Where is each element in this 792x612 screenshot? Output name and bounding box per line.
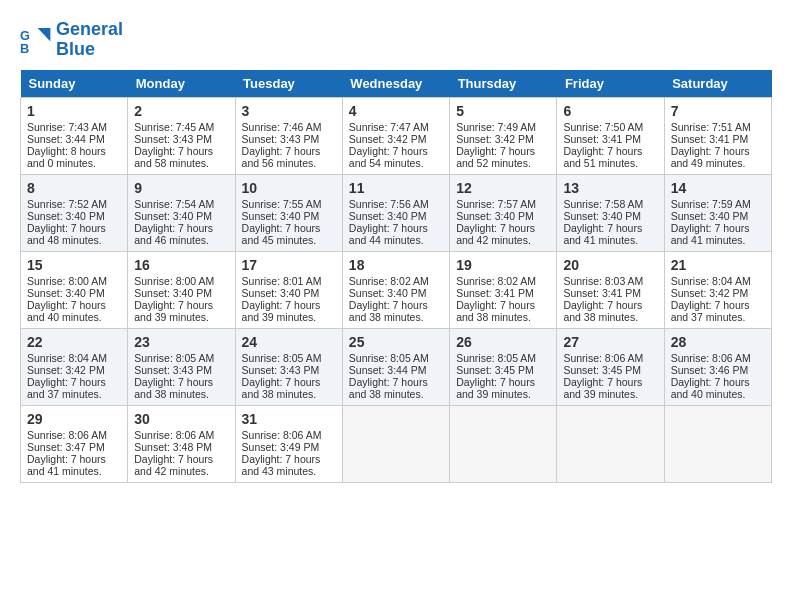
calendar-week-5: 29 Sunrise: 8:06 AM Sunset: 3:47 PM Dayl… <box>21 405 772 482</box>
daylight-label: Daylight: 7 hours and 44 minutes. <box>349 222 428 246</box>
sunrise-label: Sunrise: 7:49 AM <box>456 121 536 133</box>
calendar-cell <box>557 405 664 482</box>
day-number: 20 <box>563 257 657 273</box>
sunset-label: Sunset: 3:48 PM <box>134 441 212 453</box>
daylight-label: Daylight: 7 hours and 41 minutes. <box>671 222 750 246</box>
day-number: 30 <box>134 411 228 427</box>
day-number: 5 <box>456 103 550 119</box>
day-number: 28 <box>671 334 765 350</box>
sunrise-label: Sunrise: 7:55 AM <box>242 198 322 210</box>
logo-icon: G B <box>20 24 52 56</box>
calendar-cell: 7 Sunrise: 7:51 AM Sunset: 3:41 PM Dayli… <box>664 97 771 174</box>
sunrise-label: Sunrise: 7:56 AM <box>349 198 429 210</box>
sunset-label: Sunset: 3:47 PM <box>27 441 105 453</box>
calendar-cell: 18 Sunrise: 8:02 AM Sunset: 3:40 PM Dayl… <box>342 251 449 328</box>
daylight-label: Daylight: 7 hours and 49 minutes. <box>671 145 750 169</box>
daylight-label: Daylight: 7 hours and 48 minutes. <box>27 222 106 246</box>
day-number: 23 <box>134 334 228 350</box>
sunset-label: Sunset: 3:42 PM <box>456 133 534 145</box>
calendar-cell <box>450 405 557 482</box>
daylight-label: Daylight: 7 hours and 52 minutes. <box>456 145 535 169</box>
svg-marker-2 <box>38 28 51 42</box>
daylight-label: Daylight: 7 hours and 43 minutes. <box>242 453 321 477</box>
day-number: 31 <box>242 411 336 427</box>
sunset-label: Sunset: 3:40 PM <box>242 210 320 222</box>
col-header-friday: Friday <box>557 70 664 98</box>
sunrise-label: Sunrise: 8:04 AM <box>671 275 751 287</box>
calendar-cell: 5 Sunrise: 7:49 AM Sunset: 3:42 PM Dayli… <box>450 97 557 174</box>
calendar-cell: 17 Sunrise: 8:01 AM Sunset: 3:40 PM Dayl… <box>235 251 342 328</box>
sunset-label: Sunset: 3:40 PM <box>671 210 749 222</box>
sunrise-label: Sunrise: 7:43 AM <box>27 121 107 133</box>
sunrise-label: Sunrise: 7:51 AM <box>671 121 751 133</box>
day-number: 14 <box>671 180 765 196</box>
daylight-label: Daylight: 7 hours and 39 minutes. <box>134 299 213 323</box>
sunrise-label: Sunrise: 8:02 AM <box>349 275 429 287</box>
sunset-label: Sunset: 3:40 PM <box>134 210 212 222</box>
sunset-label: Sunset: 3:46 PM <box>671 364 749 376</box>
daylight-label: Daylight: 7 hours and 39 minutes. <box>563 376 642 400</box>
sunrise-label: Sunrise: 7:47 AM <box>349 121 429 133</box>
daylight-label: Daylight: 7 hours and 54 minutes. <box>349 145 428 169</box>
sunset-label: Sunset: 3:42 PM <box>671 287 749 299</box>
calendar-cell: 30 Sunrise: 8:06 AM Sunset: 3:48 PM Dayl… <box>128 405 235 482</box>
sunrise-label: Sunrise: 7:54 AM <box>134 198 214 210</box>
sunset-label: Sunset: 3:45 PM <box>456 364 534 376</box>
daylight-label: Daylight: 7 hours and 39 minutes. <box>242 299 321 323</box>
sunset-label: Sunset: 3:41 PM <box>563 133 641 145</box>
calendar-cell: 15 Sunrise: 8:00 AM Sunset: 3:40 PM Dayl… <box>21 251 128 328</box>
sunrise-label: Sunrise: 8:03 AM <box>563 275 643 287</box>
calendar-cell: 6 Sunrise: 7:50 AM Sunset: 3:41 PM Dayli… <box>557 97 664 174</box>
sunset-label: Sunset: 3:43 PM <box>134 364 212 376</box>
day-number: 16 <box>134 257 228 273</box>
calendar-cell: 19 Sunrise: 8:02 AM Sunset: 3:41 PM Dayl… <box>450 251 557 328</box>
daylight-label: Daylight: 7 hours and 38 minutes. <box>563 299 642 323</box>
col-header-wednesday: Wednesday <box>342 70 449 98</box>
sunrise-label: Sunrise: 8:00 AM <box>134 275 214 287</box>
day-number: 1 <box>27 103 121 119</box>
calendar-cell: 1 Sunrise: 7:43 AM Sunset: 3:44 PM Dayli… <box>21 97 128 174</box>
sunrise-label: Sunrise: 7:45 AM <box>134 121 214 133</box>
sunrise-label: Sunrise: 7:57 AM <box>456 198 536 210</box>
sunrise-label: Sunrise: 7:59 AM <box>671 198 751 210</box>
col-header-tuesday: Tuesday <box>235 70 342 98</box>
sunrise-label: Sunrise: 8:06 AM <box>242 429 322 441</box>
logo: G B General Blue <box>20 20 123 60</box>
sunset-label: Sunset: 3:41 PM <box>563 287 641 299</box>
sunset-label: Sunset: 3:40 PM <box>349 287 427 299</box>
day-number: 19 <box>456 257 550 273</box>
calendar-cell: 23 Sunrise: 8:05 AM Sunset: 3:43 PM Dayl… <box>128 328 235 405</box>
sunset-label: Sunset: 3:40 PM <box>27 287 105 299</box>
sunset-label: Sunset: 3:44 PM <box>27 133 105 145</box>
sunset-label: Sunset: 3:43 PM <box>134 133 212 145</box>
header: G B General Blue <box>20 20 772 60</box>
daylight-label: Daylight: 7 hours and 38 minutes. <box>349 376 428 400</box>
day-number: 3 <box>242 103 336 119</box>
daylight-label: Daylight: 8 hours and 0 minutes. <box>27 145 106 169</box>
day-number: 7 <box>671 103 765 119</box>
day-number: 12 <box>456 180 550 196</box>
daylight-label: Daylight: 7 hours and 40 minutes. <box>671 376 750 400</box>
sunrise-label: Sunrise: 7:46 AM <box>242 121 322 133</box>
calendar-cell: 20 Sunrise: 8:03 AM Sunset: 3:41 PM Dayl… <box>557 251 664 328</box>
day-number: 29 <box>27 411 121 427</box>
calendar-cell: 24 Sunrise: 8:05 AM Sunset: 3:43 PM Dayl… <box>235 328 342 405</box>
day-number: 2 <box>134 103 228 119</box>
daylight-label: Daylight: 7 hours and 38 minutes. <box>349 299 428 323</box>
day-number: 25 <box>349 334 443 350</box>
daylight-label: Daylight: 7 hours and 38 minutes. <box>456 299 535 323</box>
calendar-cell: 28 Sunrise: 8:06 AM Sunset: 3:46 PM Dayl… <box>664 328 771 405</box>
sunset-label: Sunset: 3:42 PM <box>349 133 427 145</box>
sunrise-label: Sunrise: 8:06 AM <box>563 352 643 364</box>
sunset-label: Sunset: 3:42 PM <box>27 364 105 376</box>
day-number: 13 <box>563 180 657 196</box>
day-number: 26 <box>456 334 550 350</box>
col-header-saturday: Saturday <box>664 70 771 98</box>
sunrise-label: Sunrise: 8:04 AM <box>27 352 107 364</box>
sunset-label: Sunset: 3:41 PM <box>671 133 749 145</box>
day-number: 27 <box>563 334 657 350</box>
day-number: 8 <box>27 180 121 196</box>
calendar-cell: 31 Sunrise: 8:06 AM Sunset: 3:49 PM Dayl… <box>235 405 342 482</box>
sunset-label: Sunset: 3:43 PM <box>242 364 320 376</box>
day-number: 22 <box>27 334 121 350</box>
